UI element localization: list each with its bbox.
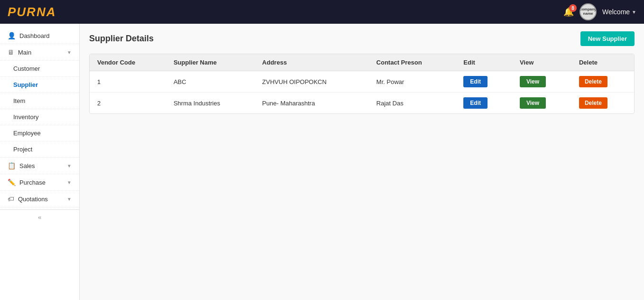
- page-title: Supplier Details: [89, 34, 154, 44]
- table-body: 1 ABC ZVHVUH OIPOPOKCN Mr. Powar Edit Vi…: [90, 71, 634, 114]
- col-delete: Delete: [571, 54, 634, 71]
- cell-delete-2: Delete: [571, 93, 634, 114]
- quotations-chevron-icon: ▼: [67, 197, 72, 202]
- top-navigation: PURNA 🔔 8 companyname Welcome ▼: [0, 0, 644, 24]
- main-chevron-icon: ▼: [67, 50, 72, 55]
- sidebar-item-employee[interactable]: Employee: [0, 125, 79, 141]
- page-header: Supplier Details New Supplier: [89, 31, 635, 46]
- welcome-label: Welcome: [602, 8, 630, 16]
- main-icon: 🖥: [8, 48, 14, 56]
- sidebar-label-purchase: Purchase: [19, 179, 46, 186]
- sidebar-label-supplier: Supplier: [13, 81, 38, 88]
- new-supplier-button[interactable]: New Supplier: [580, 31, 635, 46]
- table-row: 1 ABC ZVHVUH OIPOPOKCN Mr. Powar Edit Vi…: [90, 71, 634, 93]
- delete-button-1[interactable]: Delete: [579, 76, 607, 87]
- purchase-icon: ✏️: [8, 178, 16, 186]
- view-button-1[interactable]: View: [520, 76, 546, 87]
- company-logo[interactable]: companyname: [580, 3, 597, 20]
- topnav-right: 🔔 8 companyname Welcome ▼: [563, 3, 636, 20]
- sidebar-label-employee: Employee: [13, 130, 41, 137]
- main-layout: 👤 Dashboard 🖥 Main ▼ Customer Supplier I…: [0, 24, 644, 300]
- table-row: 2 Shrma Industries Pune- Maharashtra Raj…: [90, 93, 634, 114]
- table-header: Vendor Code Supplier Name Address Contac…: [90, 54, 634, 71]
- sidebar-item-customer[interactable]: Customer: [0, 61, 79, 77]
- main-content: Supplier Details New Supplier Vendor Cod…: [80, 24, 644, 300]
- cell-delete-1: Delete: [571, 71, 634, 93]
- supplier-table: Vendor Code Supplier Name Address Contac…: [90, 54, 634, 113]
- cell-supplier-name-1: ABC: [166, 71, 255, 93]
- quotations-icon: 🏷: [8, 195, 14, 203]
- sidebar-item-dashboard[interactable]: 👤 Dashboard: [0, 28, 79, 44]
- col-contact-person: Contact Preson: [369, 54, 456, 71]
- sidebar-label-dashboard: Dashboard: [19, 32, 50, 39]
- cell-supplier-name-2: Shrma Industries: [166, 93, 255, 114]
- col-supplier-name: Supplier Name: [166, 54, 255, 71]
- sidebar-item-inventory[interactable]: Inventory: [0, 109, 79, 125]
- col-address: Address: [255, 54, 369, 71]
- sidebar-label-item: Item: [13, 97, 25, 104]
- sales-icon: 📋: [8, 162, 16, 169]
- sales-chevron-icon: ▼: [67, 163, 72, 169]
- sidebar: 👤 Dashboard 🖥 Main ▼ Customer Supplier I…: [0, 24, 80, 300]
- app-logo: PURNA: [8, 5, 56, 19]
- edit-button-2[interactable]: Edit: [463, 97, 488, 109]
- cell-view-2: View: [512, 93, 571, 114]
- col-view: View: [512, 54, 571, 71]
- cell-address-2: Pune- Maharashtra: [255, 93, 369, 114]
- welcome-menu[interactable]: Welcome ▼: [602, 8, 636, 16]
- purchase-chevron-icon: ▼: [67, 180, 72, 185]
- notification-bell[interactable]: 🔔 8: [563, 7, 574, 17]
- cell-vendor-code-1: 1: [90, 71, 166, 93]
- cell-vendor-code-2: 2: [90, 93, 166, 114]
- sidebar-item-supplier[interactable]: Supplier: [0, 77, 79, 93]
- col-vendor-code: Vendor Code: [90, 54, 166, 71]
- sidebar-label-sales: Sales: [19, 162, 35, 169]
- cell-edit-1: Edit: [456, 71, 512, 93]
- sidebar-item-quotations[interactable]: 🏷 Quotations ▼: [0, 191, 79, 207]
- sidebar-item-main[interactable]: 🖥 Main ▼: [0, 44, 79, 61]
- sidebar-label-customer: Customer: [13, 65, 40, 72]
- notification-badge: 8: [569, 4, 577, 12]
- collapse-icon: «: [38, 214, 41, 221]
- sidebar-item-item[interactable]: Item: [0, 93, 79, 109]
- sidebar-label-project: Project: [13, 146, 32, 153]
- sidebar-label-main: Main: [18, 49, 31, 56]
- view-button-2[interactable]: View: [520, 97, 546, 109]
- table-header-row: Vendor Code Supplier Name Address Contac…: [90, 54, 634, 71]
- sidebar-label-quotations: Quotations: [18, 196, 48, 203]
- company-name-text: companyname: [580, 8, 596, 16]
- sidebar-item-sales[interactable]: 📋 Sales ▼: [0, 158, 79, 174]
- welcome-dropdown-arrow: ▼: [632, 9, 636, 15]
- dashboard-icon: 👤: [8, 32, 16, 39]
- delete-button-2[interactable]: Delete: [579, 97, 607, 109]
- col-edit: Edit: [456, 54, 512, 71]
- cell-contact-1: Mr. Powar: [369, 71, 456, 93]
- supplier-table-wrapper: Vendor Code Supplier Name Address Contac…: [89, 54, 635, 114]
- cell-view-1: View: [512, 71, 571, 93]
- edit-button-1[interactable]: Edit: [463, 76, 488, 87]
- cell-address-1: ZVHVUH OIPOPOKCN: [255, 71, 369, 93]
- sidebar-collapse-button[interactable]: «: [0, 209, 79, 225]
- sidebar-label-inventory: Inventory: [13, 113, 38, 121]
- sidebar-item-purchase[interactable]: ✏️ Purchase ▼: [0, 174, 79, 191]
- cell-contact-2: Rajat Das: [369, 93, 456, 114]
- cell-edit-2: Edit: [456, 93, 512, 114]
- sidebar-item-project[interactable]: Project: [0, 141, 79, 158]
